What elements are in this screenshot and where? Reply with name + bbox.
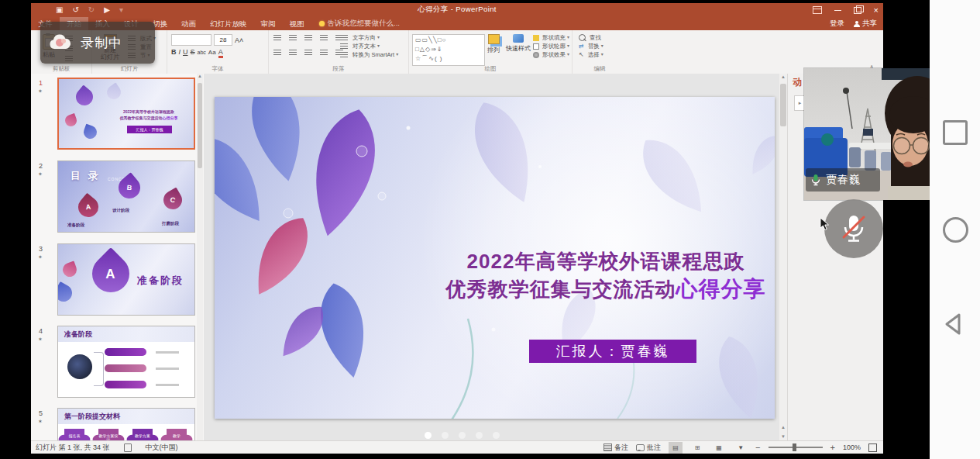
slideshow-view-button[interactable]: ▼: [734, 442, 748, 454]
accessibility-icon[interactable]: [124, 443, 132, 452]
grow-font-icon[interactable]: A˄: [235, 36, 243, 44]
next-slide-icon[interactable]: ▼: [779, 434, 787, 439]
sign-in-button[interactable]: 登录: [830, 19, 844, 29]
thumb-number-5: 5: [39, 409, 51, 417]
flow-bar: [105, 381, 146, 388]
back-button[interactable]: [942, 312, 965, 336]
align-right-icon[interactable]: [304, 50, 312, 56]
title-line1: 2022年高等学校外语课程思政: [467, 250, 745, 273]
thumbnail-slide-2[interactable]: 目 录 CONCENTS A B C 准备阶段 设计阶段 打磨阶段: [57, 160, 195, 233]
shape-outline-button[interactable]: 形状轮廓: [533, 42, 569, 50]
shape-fill-button[interactable]: 形状填充: [533, 33, 569, 42]
replace-button[interactable]: ⇄替换: [579, 42, 603, 50]
previous-slide-icon[interactable]: ▲: [779, 425, 787, 430]
fit-slide-to-window-icon[interactable]: [868, 443, 877, 452]
numbering-icon[interactable]: [289, 35, 297, 41]
account-area: 登录 共享: [830, 17, 877, 30]
shape-gallery[interactable]: ▭▭╲╲□○ □△◇⇒⇓ ☆⌒∿( ): [412, 34, 485, 66]
person-icon: [854, 21, 860, 27]
group-label-clipboard: 剪贴板: [31, 65, 91, 73]
bold-button[interactable]: B: [171, 48, 177, 56]
bullets-icon[interactable]: [273, 35, 281, 41]
tab-animations[interactable]: 动画: [174, 17, 203, 30]
quick-styles-button[interactable]: 快速样式: [505, 34, 531, 52]
thumbnail-scrollbar[interactable]: ▲: [197, 74, 203, 440]
minimize-icon[interactable]: [834, 10, 841, 11]
underline-button[interactable]: U: [183, 48, 188, 56]
find-button[interactable]: 查找: [579, 33, 603, 42]
normal-view-button[interactable]: ▤: [669, 442, 683, 454]
smartart-button[interactable]: 转换为 SmartArt: [340, 50, 398, 59]
shape-effects-button[interactable]: 形状效果: [533, 50, 569, 59]
tab-slideshow[interactable]: 幻灯片放映: [203, 17, 254, 30]
justify-icon[interactable]: [320, 50, 328, 56]
zoom-in-button[interactable]: +: [830, 443, 835, 452]
slide-editing-area[interactable]: 2022年高等学校外语课程思政 优秀教学征集与交流活动心得分享 汇报人：贾春巍: [215, 97, 775, 419]
shape-outline-label: 形状轮廓: [542, 42, 566, 50]
comments-button[interactable]: 批注: [636, 443, 661, 453]
group-label-editing: 编辑: [573, 65, 627, 73]
slide-title-text[interactable]: 2022年高等学校外语课程思政 优秀教学征集与交流活动心得分享: [443, 247, 769, 303]
status-bar: 幻灯片 第 1 张, 共 34 张 中文(中国) 备注 批注 ▤ ⊞ ▦ ▼ −…: [31, 440, 883, 454]
recording-label: 录制中: [81, 34, 122, 52]
canvas-scrollbar[interactable]: ▲ ▲ ▼: [779, 74, 787, 440]
font-name-combo[interactable]: [171, 34, 211, 46]
microphone-muted-button[interactable]: [824, 199, 883, 258]
arrange-button[interactable]: 排列: [483, 34, 504, 53]
language-indicator[interactable]: 中文(中国): [146, 443, 178, 453]
webcam-video[interactable]: 贾春巍: [804, 68, 930, 200]
scroll-up-icon[interactable]: ▲: [779, 74, 787, 82]
font-size-combo[interactable]: 28: [214, 34, 232, 46]
replace-label: 替换: [588, 42, 600, 50]
shape-row-1: ▭▭╲╲□○: [415, 36, 482, 45]
toc-title: 目 录: [70, 169, 101, 183]
tab-review[interactable]: 审阅: [254, 17, 283, 30]
animation-star-icon: ✶: [38, 419, 43, 425]
select-button[interactable]: ↖选择: [579, 50, 603, 59]
scrollbar-thumb[interactable]: [198, 83, 202, 168]
ribbon-display-options-icon[interactable]: [813, 6, 822, 14]
close-icon[interactable]: ×: [874, 4, 879, 16]
zoom-slider[interactable]: [769, 447, 823, 448]
caption-stub: [156, 351, 179, 354]
tell-me-box[interactable]: 告诉我您想要做什么...: [311, 17, 400, 30]
thumbnail-slide-1[interactable]: 2022年高等学校外语课程思政 优秀教学征集与交流活动心得分享 汇报人：贾春巍: [57, 78, 195, 150]
share-button[interactable]: 共享: [854, 19, 877, 29]
home-button[interactable]: [943, 217, 968, 243]
zoom-out-button[interactable]: −: [755, 443, 760, 452]
align-text-label: 对齐文本: [352, 42, 376, 50]
font-color-button[interactable]: A: [218, 48, 223, 58]
slide-sorter-view-button[interactable]: ⊞: [690, 442, 704, 454]
char-spacing-button[interactable]: abc: [198, 50, 206, 55]
align-text-button[interactable]: 对齐文本: [340, 42, 398, 50]
align-left-icon[interactable]: [273, 50, 281, 56]
change-case-button[interactable]: Aa: [208, 49, 216, 56]
thumb-number-4: 4: [39, 327, 51, 335]
zoom-slider-thumb[interactable]: [793, 443, 796, 451]
group-label-font: 字体: [167, 65, 268, 73]
reading-view-button[interactable]: ▦: [712, 442, 726, 454]
italic-button[interactable]: I: [179, 48, 181, 56]
decrease-indent-icon[interactable]: [304, 35, 312, 41]
material-heart-1: 报名表: [64, 429, 84, 440]
text-direction-button[interactable]: 文字方向: [340, 33, 398, 42]
shape-row-2: □△◇⇒⇓: [415, 45, 482, 54]
recents-button[interactable]: [943, 120, 968, 145]
thumbnail-slide-4[interactable]: 准备阶段: [57, 326, 195, 398]
align-center-icon[interactable]: [289, 50, 297, 56]
presenter-box[interactable]: 汇报人：贾春巍: [529, 340, 696, 363]
thumbnail-slide-5[interactable]: 第一阶段提交材料 报名表 教学方案设计 教学方案 教学: [57, 408, 195, 440]
leaf-shape: [64, 113, 78, 128]
text-direction-icon: [340, 35, 348, 41]
scrollbar-thumb[interactable]: [780, 84, 786, 126]
notes-button[interactable]: 备注: [603, 443, 628, 453]
scroll-up-icon[interactable]: ▲: [197, 74, 203, 81]
notes-icon: [603, 443, 612, 451]
tab-view[interactable]: 视图: [283, 17, 311, 30]
thumbnail-slide-3[interactable]: A 准备阶段: [57, 243, 195, 316]
group-label-drawing: 绘图: [409, 65, 572, 73]
strikethrough-button[interactable]: S: [191, 48, 195, 56]
zoom-level[interactable]: 100%: [843, 443, 861, 451]
restore-icon[interactable]: [854, 7, 861, 14]
increase-indent-icon[interactable]: [320, 35, 328, 41]
